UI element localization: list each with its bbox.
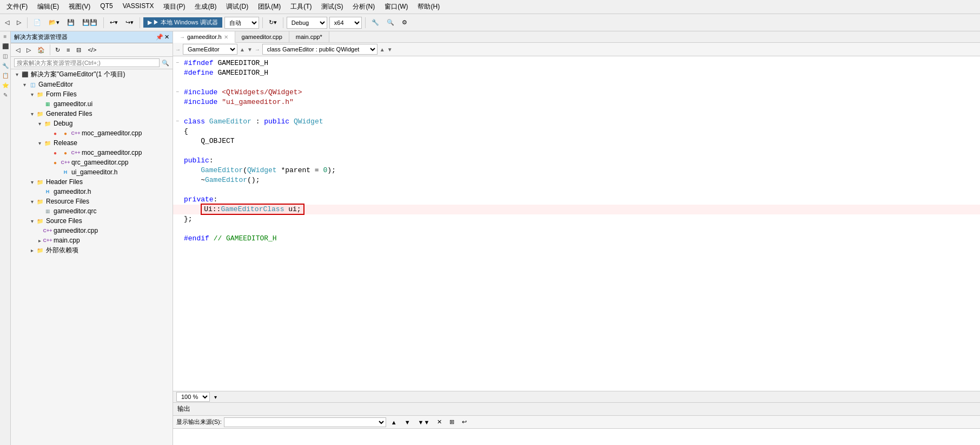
toolbar-forward-btn[interactable]: ▷ bbox=[14, 17, 24, 28]
side-icon-6[interactable]: ⭐ bbox=[1, 82, 10, 91]
output-btn-4[interactable]: ✕ bbox=[434, 417, 445, 427]
nav-member-dropdown[interactable]: class GameEditor : public QWidget bbox=[262, 44, 378, 55]
menu-window[interactable]: 窗口(W) bbox=[380, 1, 412, 12]
side-icon-3[interactable]: ◫ bbox=[1, 53, 10, 62]
toolbar-saveall-btn[interactable]: 💾💾 bbox=[80, 17, 100, 28]
tab-main-cpp[interactable]: main.cpp* bbox=[289, 31, 329, 42]
run-debugger-btn[interactable]: ▶ ▶ 本地 Windows 调试器 bbox=[143, 17, 222, 28]
tree-item-release-folder[interactable]: ▾ 📁 Release bbox=[11, 138, 173, 148]
panel-code-btn[interactable]: </> bbox=[85, 45, 99, 55]
menu-file[interactable]: 文件(F) bbox=[2, 1, 32, 12]
toolbar-extra-2[interactable]: 🔍 bbox=[384, 17, 397, 28]
toggle-solution[interactable]: ▾ bbox=[13, 71, 21, 77]
nav-arrow-left[interactable]: → bbox=[175, 47, 181, 53]
side-icon-4[interactable]: 🔧 bbox=[1, 63, 10, 71]
fold-1[interactable]: − bbox=[173, 58, 182, 68]
tab-gameeditor-h[interactable]: → gameeditor.h ✕ bbox=[173, 31, 235, 43]
nav-member-down-arrow[interactable]: ▼ bbox=[387, 47, 393, 53]
tree-item-gameeditor-ui[interactable]: ▦ gameeditor.ui bbox=[11, 99, 173, 109]
nav-down-arrow[interactable]: ▼ bbox=[247, 47, 253, 53]
tree-item-gameeditor-h[interactable]: H gameeditor.h bbox=[11, 187, 173, 197]
toggle-resource-files[interactable]: ▾ bbox=[28, 199, 36, 205]
output-btn-wrap[interactable]: ↩ bbox=[459, 417, 469, 427]
output-source-dropdown[interactable] bbox=[224, 417, 386, 427]
toolbar-back-btn[interactable]: ◁ bbox=[2, 17, 12, 28]
panel-back-btn[interactable]: ◁ bbox=[13, 45, 23, 55]
tree-item-generated-files[interactable]: ▾ 📁 Generated Files bbox=[11, 109, 173, 119]
nav-up-arrow[interactable]: ▲ bbox=[240, 47, 245, 53]
panel-search-input[interactable] bbox=[14, 58, 160, 67]
run-config-dropdown[interactable]: 自动 bbox=[224, 17, 259, 29]
panel-collapse-btn[interactable]: ⊟ bbox=[74, 45, 84, 55]
search-icon[interactable]: 🔍 bbox=[162, 60, 169, 67]
toolbar-extra-3[interactable]: ⚙ bbox=[399, 17, 410, 28]
toggle-release-folder[interactable]: ▾ bbox=[36, 140, 43, 146]
build-config-dropdown[interactable]: Debug bbox=[287, 17, 327, 29]
tree-item-solution[interactable]: ▾ ⬛ 解决方案"GameEditor"(1 个项目) bbox=[11, 69, 173, 80]
menu-test[interactable]: 测试(S) bbox=[317, 1, 347, 12]
toolbar-open-btn[interactable]: 📂▾ bbox=[46, 17, 62, 28]
menu-qt5[interactable]: QT5 bbox=[96, 1, 117, 12]
tree-item-gameeditor-qrc[interactable]: ▦ gameeditor.qrc bbox=[11, 206, 173, 216]
platform-dropdown[interactable]: x64 bbox=[329, 17, 362, 29]
tree-item-ui-h[interactable]: H ui_gameeditor.h bbox=[11, 167, 173, 177]
side-icon-5[interactable]: 📋 bbox=[1, 73, 10, 81]
tree-item-external-deps[interactable]: ▸ 📁 外部依赖项 bbox=[11, 245, 173, 256]
menu-edit[interactable]: 编辑(E) bbox=[33, 1, 63, 12]
panel-filter-btn[interactable]: ≡ bbox=[64, 45, 72, 55]
zoom-arrow[interactable]: ▾ bbox=[214, 394, 217, 400]
toggle-header-files[interactable]: ▾ bbox=[28, 179, 36, 185]
output-btn-1[interactable]: ▲ bbox=[388, 417, 400, 427]
toolbar-undo-btn[interactable]: ↩▾ bbox=[107, 17, 121, 28]
menu-view[interactable]: 视图(V) bbox=[64, 1, 95, 12]
panel-pin-icon[interactable]: 📌 bbox=[156, 34, 163, 41]
panel-close-icon[interactable]: ✕ bbox=[164, 34, 169, 41]
menu-help[interactable]: 帮助(H) bbox=[413, 1, 444, 12]
tab-close-gameeditor-h[interactable]: ✕ bbox=[224, 34, 228, 40]
zoom-dropdown[interactable]: 100 % bbox=[176, 392, 210, 402]
toggle-source-files[interactable]: ▾ bbox=[28, 218, 36, 224]
toolbar-refresh-btn[interactable]: ↻▾ bbox=[266, 17, 280, 28]
toolbar-new-btn[interactable]: 📄 bbox=[31, 17, 44, 28]
toolbar-save-btn[interactable]: 💾 bbox=[64, 17, 77, 28]
tree-item-source-files[interactable]: ▾ 📁 Source Files bbox=[11, 216, 173, 226]
tree-item-moc-debug[interactable]: ● ● C++ moc_gameeditor.cpp bbox=[11, 128, 173, 138]
tree-item-debug-folder[interactable]: ▾ 📁 Debug bbox=[11, 119, 173, 128]
menu-team[interactable]: 团队(M) bbox=[254, 1, 285, 12]
tree-item-project[interactable]: ▾ ◫ GameEditor bbox=[11, 80, 173, 89]
fold-4[interactable]: − bbox=[173, 88, 182, 97]
side-icon-2[interactable]: ⬛ bbox=[1, 43, 10, 52]
side-icon-7[interactable]: ✎ bbox=[1, 92, 10, 101]
menu-tools[interactable]: 工具(T) bbox=[286, 1, 316, 12]
menu-project[interactable]: 项目(P) bbox=[159, 1, 189, 12]
menu-vassistx[interactable]: VASSISTX bbox=[118, 1, 158, 12]
toolbar-extra-1[interactable]: 🔧 bbox=[369, 17, 382, 28]
panel-refresh-btn[interactable]: ↻ bbox=[52, 45, 63, 55]
toggle-generated-files[interactable]: ▾ bbox=[28, 111, 36, 117]
toolbar-redo-btn[interactable]: ↪▾ bbox=[123, 17, 136, 28]
toggle-debug-folder[interactable]: ▾ bbox=[36, 121, 43, 127]
tab-gameeditor-cpp[interactable]: gameeditor.cpp bbox=[235, 31, 289, 42]
toggle-form-files[interactable]: ▾ bbox=[28, 91, 36, 97]
code-editor[interactable]: − #ifndef GAMEEDITOR_H #define GAMEEDITO… bbox=[173, 56, 980, 391]
menu-build[interactable]: 生成(B) bbox=[190, 1, 221, 12]
tree-item-main-cpp[interactable]: ▸ C++ main.cpp bbox=[11, 235, 173, 245]
tree-item-qrc[interactable]: ● C++ qrc_gameeditor.cpp bbox=[11, 158, 173, 167]
nav-member-up-arrow[interactable]: ▲ bbox=[380, 47, 385, 53]
menu-debug[interactable]: 调试(D) bbox=[222, 1, 253, 12]
toggle-external-deps[interactable]: ▸ bbox=[28, 247, 36, 253]
tree-item-gameeditor-cpp[interactable]: C++ gameeditor.cpp bbox=[11, 226, 173, 235]
menu-analyze[interactable]: 分析(N) bbox=[348, 1, 379, 12]
output-btn-5[interactable]: ⊞ bbox=[447, 417, 457, 427]
tree-item-form-files[interactable]: ▾ 📁 Form Files bbox=[11, 89, 173, 99]
output-btn-3[interactable]: ▼▼ bbox=[415, 417, 433, 427]
output-btn-2[interactable]: ▼ bbox=[402, 417, 413, 427]
nav-class-dropdown[interactable]: GameEditor bbox=[183, 44, 237, 55]
side-icon-1[interactable]: ≡ bbox=[1, 34, 10, 42]
fold-7[interactable]: − bbox=[173, 117, 182, 127]
panel-home-btn[interactable]: 🏠 bbox=[35, 45, 48, 55]
toggle-project[interactable]: ▾ bbox=[21, 82, 28, 88]
tree-item-header-files[interactable]: ▾ 📁 Header Files bbox=[11, 177, 173, 187]
panel-forward-btn[interactable]: ▷ bbox=[24, 45, 34, 55]
tree-item-resource-files[interactable]: ▾ 📁 Resource Files bbox=[11, 197, 173, 206]
